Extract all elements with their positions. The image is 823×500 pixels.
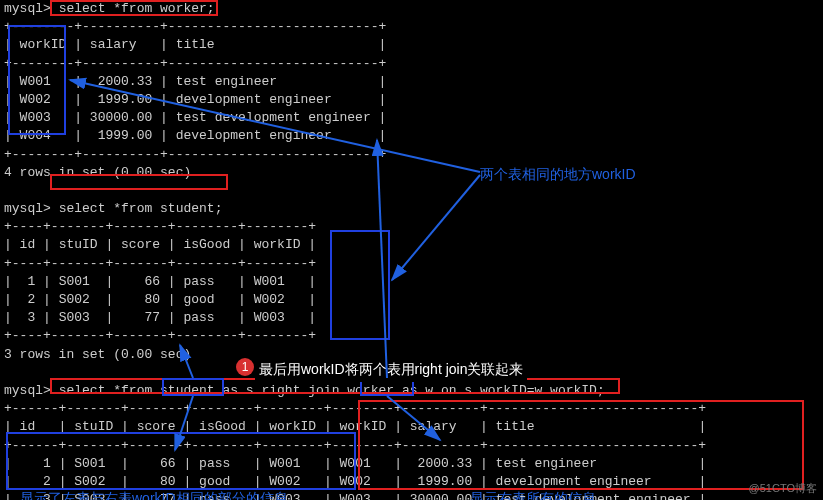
prompt: mysql>: [4, 383, 51, 398]
query2: select *from student;: [59, 201, 223, 216]
divider: +----+-------+-------+--------+--------+: [4, 218, 819, 236]
join-row: | 1 | S001 | 66 | pass | W001 | W001 | 2…: [4, 455, 819, 473]
prompt: mysql>: [4, 1, 51, 16]
annotation-same-column: 两个表相同的地方workID: [480, 165, 636, 185]
step-badge-1: 1: [236, 358, 254, 376]
query2-highlight: [50, 174, 228, 190]
worker-header: | workID | salary | title |: [4, 36, 819, 54]
worker-row: | W003 | 30000.00 | test development eng…: [4, 109, 819, 127]
worker-row: | W002 | 1999.00 | development engineer …: [4, 91, 819, 109]
join-header: | id | stuID | score | isGood | workID |…: [4, 418, 819, 436]
divider: +------+-------+-------+--------+-------…: [4, 400, 819, 418]
query1-highlight: [50, 0, 218, 16]
student-row: | 1 | S001 | 66 | pass | W001 |: [4, 273, 819, 291]
student-row: | 2 | S002 | 80 | good | W002 |: [4, 291, 819, 309]
divider: +--------+----------+-------------------…: [4, 146, 819, 164]
worker-row: | W001 | 2000.33 | test engineer |: [4, 73, 819, 91]
student-header: | id | stuID | score | isGood | workID |: [4, 236, 819, 254]
prompt: mysql>: [4, 201, 51, 216]
watermark: @51CTO博客: [749, 481, 817, 496]
divider: +--------+----------+-------------------…: [4, 55, 819, 73]
divider: +----+-------+-------+--------+--------+: [4, 255, 819, 273]
divider: +----+-------+-------+--------+--------+: [4, 327, 819, 345]
student-row: | 3 | S003 | 77 | pass | W003 |: [4, 309, 819, 327]
divider: +--------+----------+-------------------…: [4, 18, 819, 36]
worker-row: | W004 | 1999.00 | development engineer …: [4, 127, 819, 145]
annotation-right-desc: 显示右表所有的信息: [470, 489, 596, 500]
terminal: mysql> select *from worker; +--------+--…: [4, 0, 819, 500]
annotation-left-desc: 显示了左表与右表workID相同的部分的信息: [20, 489, 288, 500]
annotation-join-desc: 最后用workID将两个表用right join关联起来: [255, 358, 527, 382]
divider: +------+-------+-------+--------+-------…: [4, 437, 819, 455]
